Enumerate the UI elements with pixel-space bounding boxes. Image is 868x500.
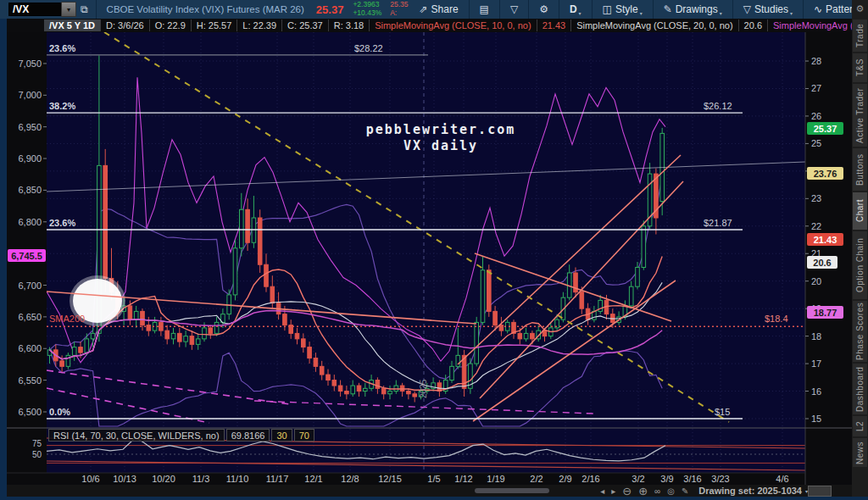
rsi-study-label[interactable]: RSI (14, 70, 30, CLOSE, WILDERS, no) (48, 429, 225, 442)
tab-option-chain[interactable]: Option Chain (853, 231, 867, 299)
zoom-out-icon[interactable]: ⊖ (622, 485, 632, 497)
candle-body (351, 386, 355, 394)
sma20-study-label[interactable]: SimpleMovingAvg (CLOSE, 20, 0, no) (571, 19, 738, 31)
horizontal-scrollbar[interactable] (475, 488, 549, 493)
pencil-icon[interactable]: ✎ (682, 486, 688, 496)
patterns-icon: ∿ (814, 3, 822, 15)
left-axis-tick: 7,000 (18, 90, 42, 100)
symbol-timeframe-chip[interactable]: /VX 5 Y 1D (44, 19, 101, 31)
drawing-set-label[interactable]: Drawing set: 2025-1034 (698, 486, 802, 496)
tab-chart[interactable]: Chart (853, 192, 867, 230)
candle-body (531, 333, 535, 338)
share-button[interactable]: ⇗ Share (412, 0, 465, 19)
candle-body (364, 388, 368, 391)
candle-body (240, 209, 244, 247)
close-value: C: 25.37 (282, 19, 329, 31)
chevron-down-icon: ▾ (720, 10, 722, 16)
left-axis-tick: 6,850 (18, 185, 42, 195)
right-axis-tick: 23 (811, 193, 821, 203)
calendar-button[interactable]: ▤ (473, 0, 496, 19)
axis-bubble-text: 6,745.5 (11, 251, 42, 261)
sma10-value: 21.43 (537, 19, 572, 31)
candle-body (456, 355, 460, 366)
tab-trade[interactable]: Trade (853, 19, 867, 52)
tab-ts[interactable]: T&S (853, 53, 867, 82)
left-axis-tick: 6,550 (18, 375, 42, 386)
candle-body (475, 322, 479, 364)
candle-body (196, 339, 200, 344)
tab-buttons[interactable]: Buttons (853, 148, 867, 191)
candle-body (481, 270, 485, 323)
link-icon[interactable]: ∞ (654, 486, 660, 496)
rsi-tick-50: 50 (32, 450, 42, 459)
symbol-input[interactable]: /VX (8, 3, 61, 16)
settings-button[interactable]: ⚙ (532, 0, 555, 19)
right-axis-tick: 28 (811, 56, 821, 66)
candle-body (580, 292, 584, 308)
candle-body (642, 226, 646, 268)
candle-body (190, 336, 194, 345)
time-axis-tick: 12/8 (341, 474, 359, 484)
chevron-down-icon: ▾ (579, 10, 581, 16)
symbol-dropdown-button[interactable]: ▾ (61, 2, 76, 17)
crosshair-icon[interactable]: ◎ (667, 486, 675, 496)
time-axis-tick: 10/13 (113, 474, 136, 484)
candle-body (493, 311, 498, 325)
candle-body (209, 328, 213, 333)
divider (96, 0, 97, 19)
right-axis-tick: 20 (811, 276, 821, 286)
sma20-value: 20.6 (739, 19, 768, 31)
studies-button[interactable]: ▽ Studies ▾ (737, 0, 799, 19)
candle-body (203, 328, 207, 339)
tab-active-trader[interactable]: Active Trader (853, 84, 867, 147)
tab-l2[interactable]: L2 (853, 416, 867, 436)
candle-body (72, 347, 76, 356)
candle-body (184, 336, 188, 342)
zoom-in-icon[interactable]: ⊕ (638, 485, 648, 497)
time-axis-tick: 3/16 (683, 474, 701, 484)
tab-phase-scores[interactable]: Phase Scores (853, 301, 867, 362)
left-axis-tick: 6,500 (18, 407, 42, 417)
time-axis-tick: 12/1 (304, 474, 322, 484)
time-axis-tick: 10/20 (152, 474, 175, 484)
right-axis-tick: 16 (811, 386, 821, 397)
candle-body (171, 333, 175, 338)
time-axis-tick: 1/5 (427, 474, 440, 484)
bottom-right-button[interactable] (808, 486, 832, 497)
sma10-study-label[interactable]: SimpleMovingAvg (CLOSE, 10, 0, no) (370, 19, 537, 31)
timeframe-button[interactable]: D ▾ (563, 0, 588, 19)
style-button[interactable]: ◫ Style ▾ (596, 0, 649, 19)
chart-canvas[interactable]: 23.6%$28.2238.2%$26.1223.6%$21.870.0%$15… (0, 0, 852, 500)
analysis-tools-button[interactable]: ▽ (504, 0, 525, 19)
symbol-box[interactable]: /VX ▾ (8, 2, 76, 17)
pan-left-icon[interactable]: ◂ (600, 486, 604, 496)
candle-body (79, 347, 83, 353)
candle-body (407, 392, 411, 394)
open-value: O: 22.9 (150, 19, 192, 31)
time-axis-tick: 3/2 (632, 474, 644, 484)
detach-icon[interactable]: ⧉ (81, 3, 88, 15)
fib-percent-label: 38.2% (49, 101, 75, 111)
rsi-value: 69.8166 (226, 429, 270, 442)
rsi-high-level: 70 (294, 429, 314, 442)
right-axis-tick: 22 (811, 221, 821, 231)
time-axis-tick: 3/9 (660, 474, 673, 484)
time-axis-tick: 1/19 (487, 474, 504, 484)
tab-news[interactable]: News (853, 438, 867, 467)
candle-body (381, 388, 386, 393)
right-axis-tick: 18 (811, 331, 821, 342)
fib-price-label: $26.12 (704, 101, 732, 111)
last-price: 25.37 (316, 3, 344, 16)
tab-dashboard[interactable]: Dashboard (853, 364, 867, 414)
time-axis-tick: 2/9 (559, 474, 571, 484)
time-axis-tick: 11/10 (226, 474, 249, 484)
chart-toolbar: ⇗ Share ▤ ▽ ⚙ D ▾ ◫ Style (412, 0, 868, 19)
time-axis-tick: 2/2 (530, 474, 542, 484)
right-sidebar: ⚙ Trade T&S Active Trader Buttons Chart … (852, 0, 868, 497)
sidebar-gear-icon[interactable]: ⚙ (856, 3, 865, 14)
candle-body (302, 339, 306, 347)
candle-body (332, 381, 337, 386)
drawings-button[interactable]: ✎ Drawings ▾ (657, 0, 729, 19)
candle-body (320, 366, 324, 375)
pan-right-icon[interactable]: ▸ (611, 486, 615, 496)
